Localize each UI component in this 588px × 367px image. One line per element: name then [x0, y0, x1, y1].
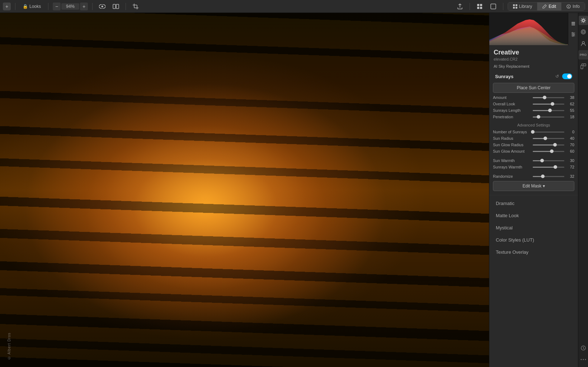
main-toolbar: + 🔒 Looks − 94% + [0, 0, 588, 13]
svg-rect-5 [480, 4, 482, 6]
slider-sun-glow-radius-track[interactable] [533, 144, 564, 146]
svg-rect-8 [491, 4, 496, 9]
separator4 [126, 3, 126, 10]
photo-canvas[interactable]: © Albert Dros [0, 13, 489, 367]
svg-rect-15 [571, 23, 575, 24]
slider-sun-glow-amount-track[interactable] [533, 151, 564, 152]
right-panel: Creative elevated.CR2 AI Sky Replacement… [489, 13, 578, 367]
svg-rect-6 [477, 7, 479, 9]
histogram-area [489, 13, 578, 45]
slider-sun-glow-amount-label: Sun Glow Amount [493, 149, 531, 153]
tab-edit[interactable]: Edit [537, 3, 561, 10]
sunrays-reset-icon[interactable]: ↺ [554, 73, 560, 79]
slider-sunrays-warmth-track[interactable] [533, 167, 564, 168]
slider-number-sunrays-label: Number of Sunrays [493, 130, 531, 134]
crop-button[interactable] [130, 2, 141, 11]
category-color-styles-label: Color Styles (LUT) [496, 237, 534, 243]
advanced-settings-label: Advanced Settings [489, 120, 578, 129]
slider-number-sunrays-track[interactable] [533, 132, 564, 133]
category-dramatic[interactable]: Dramatic [491, 197, 576, 209]
share-button[interactable] [455, 2, 465, 11]
zoom-value[interactable]: 94% [61, 3, 79, 10]
slider-overall-look-track[interactable] [533, 104, 564, 105]
looks-button[interactable]: 🔒 Looks [20, 3, 44, 10]
separator3 [92, 3, 93, 10]
grid-button[interactable] [474, 2, 485, 11]
grid-icon [477, 4, 483, 9]
svg-line-30 [584, 19, 585, 19]
tab-info-label: Info [573, 4, 580, 9]
share-icon [457, 4, 463, 9]
svg-point-33 [582, 42, 584, 44]
sun-adjustment-icon[interactable] [579, 16, 588, 25]
svg-line-29 [584, 22, 585, 23]
face-adjustment-icon[interactable] [579, 39, 588, 48]
svg-rect-10 [516, 4, 517, 6]
slider-sun-radius-track[interactable] [533, 138, 564, 139]
category-mystical-label: Mystical [496, 225, 513, 230]
svg-rect-14 [571, 22, 575, 23]
preview-button[interactable] [97, 2, 108, 11]
add-button[interactable]: + [3, 3, 11, 10]
category-matte-look-label: Matte Look [496, 213, 519, 218]
slider-penetration-track[interactable] [533, 116, 564, 118]
tab-info[interactable]: Info [561, 3, 585, 10]
more-options-icon[interactable] [579, 355, 588, 364]
looks-label: Looks [29, 4, 41, 9]
category-texture-overlay-label: Texture Overlay [496, 249, 528, 255]
slider-overall-look: Overall Look 62 [489, 101, 578, 107]
svg-rect-34 [581, 65, 583, 69]
tab-library[interactable]: Library [508, 3, 538, 10]
zoom-plus-button[interactable]: + [80, 3, 88, 10]
slider-overall-look-value: 62 [566, 102, 574, 106]
slider-randomize-label: Randomize [493, 174, 531, 178]
layers-panel-icon[interactable] [569, 19, 578, 28]
forest-photo [0, 13, 489, 367]
zoom-control: − 94% + [53, 3, 88, 10]
separator6 [503, 3, 503, 10]
tools-icon[interactable] [579, 62, 588, 71]
sunrays-toggle[interactable] [562, 73, 572, 79]
svg-rect-11 [513, 7, 515, 9]
compare-button[interactable] [110, 2, 121, 11]
category-dramatic-label: Dramatic [496, 201, 514, 206]
separator2 [48, 3, 48, 10]
slider-number-sunrays: Number of Sunrays 0 [489, 129, 578, 135]
slider-amount-value: 38 [566, 95, 574, 100]
slider-sunrays-warmth: Sunrays Warmth 72 [489, 164, 578, 170]
edit-mask-button[interactable]: Edit Mask ▾ [493, 181, 574, 191]
category-texture-overlay[interactable]: Texture Overlay [491, 246, 576, 258]
view-tabs: Library Edit Info [508, 2, 585, 11]
svg-rect-16 [571, 25, 575, 25]
slider-amount-label: Amount [493, 95, 531, 100]
sunrays-controls: ↺ [554, 73, 572, 79]
compare-icon [113, 4, 119, 9]
place-sun-center-button[interactable]: Place Sun Center [493, 83, 574, 93]
zoom-minus-button[interactable]: − [53, 3, 61, 10]
category-color-styles[interactable]: Color Styles (LUT) [491, 234, 576, 246]
svg-line-31 [582, 22, 582, 23]
looks-icon: 🔒 [23, 4, 28, 9]
sliders-panel-icon[interactable] [569, 30, 578, 39]
svg-point-32 [581, 30, 585, 34]
slider-sunrays-length-label: Sunrays Length [493, 108, 531, 113]
fullscreen-button[interactable] [488, 2, 499, 11]
slider-sun-warmth-value: 30 [566, 158, 574, 163]
slider-sun-warmth-track[interactable] [533, 160, 564, 161]
pro-badge[interactable]: PRO [578, 50, 588, 59]
slider-penetration-value: 18 [566, 115, 574, 119]
category-matte-look[interactable]: Matte Look [491, 210, 576, 221]
panel-section-label: AI Sky Replacement [489, 63, 578, 71]
slider-sun-radius-value: 40 [566, 136, 574, 140]
svg-rect-35 [584, 64, 586, 66]
watermark: © Albert Dros [7, 333, 11, 360]
history-icon[interactable] [579, 343, 588, 353]
color-adjustment-icon[interactable] [579, 27, 588, 37]
fullscreen-icon [490, 4, 496, 9]
slider-sunrays-warmth-value: 72 [566, 165, 574, 169]
slider-randomize-track[interactable] [533, 176, 564, 177]
slider-amount-track[interactable] [533, 97, 564, 98]
slider-sunrays-length-track[interactable] [533, 110, 564, 111]
svg-rect-12 [516, 7, 517, 9]
category-mystical[interactable]: Mystical [491, 222, 576, 234]
